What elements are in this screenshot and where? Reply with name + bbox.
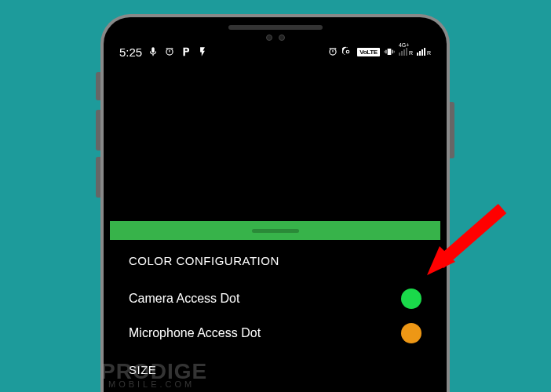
status-time: 5:25: [119, 45, 142, 59]
flash-icon: [197, 46, 208, 57]
setting-label: Microphone Access Dot: [129, 326, 261, 340]
camera-access-dot-row[interactable]: Camera Access Dot: [129, 281, 421, 316]
hotspot-icon: [342, 46, 353, 57]
phone-speaker: [228, 25, 323, 30]
watermark: PRODIGE MOBILE.COM: [100, 361, 207, 389]
microphone-color-dot[interactable]: [401, 323, 421, 343]
mic-icon: [148, 46, 159, 57]
setting-label: Camera Access Dot: [129, 292, 239, 306]
signal-2: R: [417, 48, 431, 56]
microphone-access-dot-row[interactable]: Microphone Access Dot: [129, 316, 421, 350]
bottom-sheet-handle[interactable]: [110, 221, 440, 240]
volte-badge: VoLTE: [357, 48, 380, 56]
p-icon: [181, 46, 192, 57]
alarm-icon: [164, 46, 175, 57]
color-config-header: COLOR CONFIGURATION: [129, 254, 421, 267]
drag-handle-icon: [252, 229, 299, 233]
alarm-icon: [327, 46, 338, 57]
status-bar: 5:25 VoLTE 4G+ R R: [110, 41, 440, 63]
front-camera: [266, 34, 285, 41]
signal-1: 4G+ R: [399, 48, 413, 56]
camera-color-dot[interactable]: [401, 289, 421, 309]
power-button: [450, 102, 454, 158]
vibrate-icon: [384, 46, 395, 57]
phone-frame: 5:25 VoLTE 4G+ R R: [100, 14, 450, 392]
phone-screen: 5:25 VoLTE 4G+ R R: [110, 41, 440, 392]
